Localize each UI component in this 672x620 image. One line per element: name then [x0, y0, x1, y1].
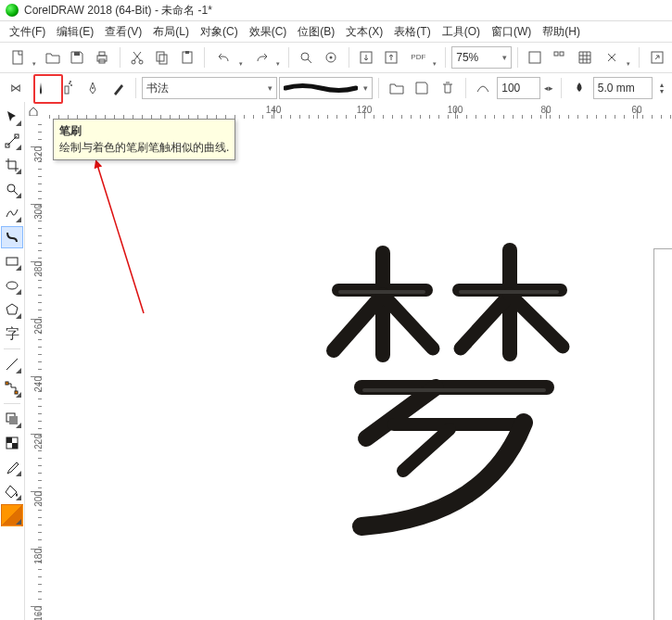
copy-button[interactable] [150, 44, 173, 70]
zoom-value: 75% [456, 51, 478, 64]
smoothing-value: 100 [501, 82, 520, 95]
rectangle-tool[interactable] [1, 250, 23, 272]
grid-button[interactable] [573, 44, 596, 70]
ellipse-tool[interactable] [1, 274, 23, 297]
menu-tools[interactable]: 工具(O) [437, 22, 486, 42]
crop-tool[interactable] [1, 154, 23, 176]
smoothing-button[interactable] [472, 75, 496, 101]
redo-button[interactable] [247, 44, 283, 70]
brush-category-combo[interactable]: 书法▾ [142, 77, 277, 99]
smart-fill-tool[interactable] [1, 504, 23, 526]
ruler-top-label: 140 [266, 105, 282, 115]
pressure-tool[interactable] [106, 75, 130, 101]
workspace: 字 140120100806040 3203002802602402202001… [0, 102, 672, 620]
artistic-media-tool[interactable] [1, 226, 23, 248]
menu-layout[interactable]: 布局(L) [147, 22, 195, 42]
pick-tool[interactable] [1, 106, 23, 128]
eyedropper-tool[interactable] [1, 456, 23, 478]
menu-window[interactable]: 窗口(W) [486, 22, 537, 42]
smoothing-input[interactable]: 100 [497, 77, 539, 99]
menu-text[interactable]: 文本(X) [340, 22, 388, 42]
drop-shadow-tool[interactable] [1, 408, 23, 430]
rulers-button[interactable] [548, 44, 571, 70]
svg-point-23 [70, 81, 71, 82]
new-doc-icon [10, 50, 25, 65]
options-button[interactable] [645, 44, 668, 70]
menu-file[interactable]: 文件(F) [4, 22, 51, 42]
menu-bar: 文件(F) 编辑(E) 查看(V) 布局(L) 对象(C) 效果(C) 位图(B… [0, 21, 672, 43]
save-button[interactable] [66, 44, 89, 70]
shape-tool[interactable] [1, 130, 23, 152]
print-button[interactable] [91, 44, 114, 70]
line-icon [5, 357, 19, 372]
calligraphic-tool[interactable] [81, 75, 105, 101]
connector-icon [5, 381, 19, 396]
svg-rect-0 [13, 51, 22, 64]
svg-rect-36 [12, 443, 18, 449]
search-button[interactable] [295, 44, 318, 70]
svg-rect-30 [6, 382, 8, 385]
paste-button[interactable] [175, 44, 198, 70]
brush-stroke-preview-icon [284, 82, 358, 94]
snap-button[interactable] [598, 44, 633, 70]
new-button[interactable] [4, 44, 39, 70]
dimension-tool[interactable] [1, 353, 23, 375]
stroke-width-spinner[interactable]: ▴▾ [654, 75, 668, 101]
menu-edit[interactable]: 编辑(E) [51, 22, 99, 42]
svg-rect-31 [15, 391, 18, 394]
export-button[interactable] [379, 44, 402, 70]
import-button[interactable] [355, 44, 378, 70]
artistic-media-icon [5, 230, 19, 245]
text-tool[interactable]: 字 [1, 323, 23, 345]
menu-object[interactable]: 对象(C) [195, 22, 244, 42]
brush-tool[interactable] [30, 75, 54, 101]
ruler-vertical[interactable]: 320300280260240220200180160 [25, 119, 43, 620]
eyedropper-icon [5, 460, 19, 474]
brush-stroke-combo[interactable]: ▾ [279, 77, 373, 99]
canvas[interactable]: 笔刷 绘制与着色的笔刷笔触相似的曲线. [42, 119, 672, 620]
cut-button[interactable] [126, 44, 149, 70]
toolbox: 字 [0, 102, 25, 620]
home-icon [28, 105, 39, 116]
ruler-origin[interactable] [25, 102, 43, 120]
open-button[interactable] [41, 44, 64, 70]
preset-tool[interactable]: ⋈ [4, 75, 28, 101]
menu-bitmap[interactable]: 位图(B) [292, 22, 340, 42]
fill-tool[interactable] [1, 480, 23, 502]
delete-brush-button[interactable] [436, 75, 460, 101]
import-icon [359, 50, 374, 65]
stroke-width-icon-button[interactable] [567, 75, 591, 101]
undo-icon [217, 50, 232, 65]
svg-rect-1 [74, 52, 80, 56]
menu-effect[interactable]: 效果(C) [244, 22, 293, 42]
trash-icon [440, 81, 455, 95]
menu-table[interactable]: 表格(T) [388, 22, 436, 42]
zoom-combo[interactable]: 75%▾ [451, 46, 511, 69]
svg-rect-33 [9, 416, 18, 424]
connector-tool[interactable] [1, 377, 23, 399]
transparency-tool[interactable] [1, 432, 23, 454]
property-bar: ⋈ 书法▾ ▾ 100 ◂▸ 5.0 mm ▴▾ [0, 73, 672, 104]
standard-toolbar: PDF 75%▾ [0, 43, 672, 73]
ruler-horizontal[interactable]: 140120100806040 [42, 102, 672, 120]
chevron-down-icon: ▾ [358, 83, 368, 93]
annotation-arrow [79, 156, 171, 323]
save-brush-button[interactable] [411, 75, 435, 101]
browse-button[interactable] [385, 75, 409, 101]
menu-help[interactable]: 帮助(H) [537, 22, 586, 42]
zoom-tool[interactable] [1, 178, 23, 200]
polygon-tool[interactable] [1, 298, 23, 321]
menu-view[interactable]: 查看(V) [99, 22, 147, 42]
svg-rect-35 [6, 437, 12, 443]
smoothing-spinner[interactable]: ◂▸ [542, 75, 556, 101]
svg-rect-18 [560, 52, 564, 56]
stroke-width-input[interactable]: 5.0 mm [593, 77, 653, 99]
fullscreen-button[interactable] [524, 44, 547, 70]
undo-button[interactable] [210, 44, 246, 70]
target-button[interactable] [320, 44, 343, 70]
folder-icon [389, 81, 404, 95]
publish-pdf-button[interactable]: PDF [404, 44, 439, 70]
freehand-tool[interactable] [1, 202, 23, 224]
spinner-icon: ▴▾ [660, 82, 664, 95]
sprayer-tool[interactable] [55, 75, 79, 101]
